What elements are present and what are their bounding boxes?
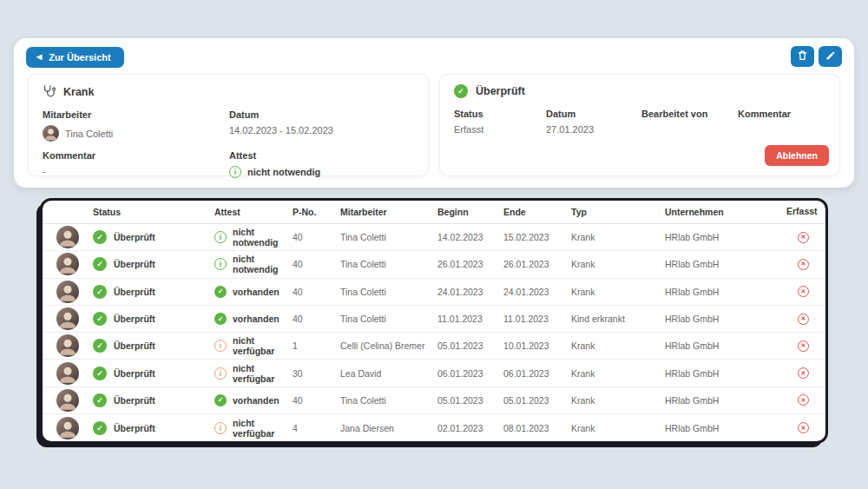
- rejected-icon[interactable]: ✕: [798, 259, 809, 270]
- pencil-icon: [825, 50, 836, 63]
- attest-icon: i: [214, 340, 227, 352]
- attest-info-icon: i: [229, 166, 241, 178]
- attest-label: nicht verfügbar: [233, 363, 283, 384]
- table-row[interactable]: ✓ Überprüft i nicht verfügbar 4 Jana Die…: [43, 414, 825, 441]
- ende-cell: 15.02.2023: [503, 232, 571, 242]
- avatar: [56, 253, 79, 275]
- pno-cell: 40: [293, 287, 340, 297]
- date-field: Datum 14.02.2023 - 15.02.2023: [229, 109, 414, 142]
- table-row[interactable]: ✓ Überprüft i nicht verfügbar 30 Lea Dav…: [43, 360, 825, 387]
- comment-label: Kommentar: [43, 150, 229, 161]
- unternehmen-cell: HRlab GmbH: [665, 423, 786, 433]
- header-typ: Typ: [571, 207, 665, 217]
- mitarbeiter-cell: Jana Diersen: [340, 423, 437, 433]
- status-label: Überprüft: [114, 395, 155, 406]
- ende-cell: 08.01.2023: [503, 423, 571, 433]
- avatar: [56, 362, 79, 385]
- typ-cell: Krank: [571, 395, 665, 406]
- rejected-icon[interactable]: ✕: [798, 367, 809, 379]
- status-label: Überprüft: [114, 259, 155, 269]
- header-attest: Attest: [214, 207, 293, 217]
- header-mitarbeiter: Mitarbeiter: [340, 207, 437, 217]
- table-row[interactable]: ✓ Überprüft i nicht notwendig 40 Tina Co…: [43, 224, 825, 251]
- table-row[interactable]: ✓ Überprüft ✓ vorhanden 40 Tina Coletti …: [43, 387, 825, 414]
- mitarbeiter-cell: Tina Coletti: [340, 395, 437, 406]
- status-check-icon: ✓: [93, 339, 107, 353]
- mitarbeiter-cell: Tina Coletti: [340, 287, 437, 297]
- employee-name: Tina Coletti: [65, 129, 113, 139]
- table-row[interactable]: ✓ Überprüft ✓ vorhanden 40 Tina Coletti …: [43, 279, 825, 306]
- beginn-cell: 02.01.2023: [437, 423, 503, 433]
- rejected-icon[interactable]: ✕: [798, 314, 809, 325]
- date-value: 14.02.2023 - 15.02.2023: [229, 125, 414, 135]
- status-check-icon: ✓: [93, 393, 107, 407]
- attest-label: nicht notwendig: [233, 254, 283, 274]
- ende-cell: 10.01.2023: [503, 340, 571, 351]
- unternehmen-cell: HRlab GmbH: [665, 368, 786, 379]
- attest-label: Attest: [229, 150, 414, 161]
- beginn-cell: 06.01.2023: [437, 368, 503, 379]
- beginn-cell: 05.01.2023: [437, 395, 503, 406]
- unternehmen-cell: HRlab GmbH: [665, 340, 786, 351]
- rejected-icon[interactable]: ✕: [798, 232, 809, 243]
- pno-cell: 40: [293, 314, 340, 324]
- page: { "colors": { "page_bg": "#dce3ea", "acc…: [0, 0, 868, 489]
- mitarbeiter-cell: Tina Coletti: [340, 259, 437, 269]
- edit-button[interactable]: [819, 46, 842, 67]
- review-card: ✓ Überprüft Status Erfasst Datum 27.01.2…: [439, 74, 840, 176]
- unternehmen-cell: HRlab GmbH: [665, 395, 786, 406]
- attest-icon: i: [214, 367, 227, 380]
- detail-panel: ◀ Zur Übersicht Krank: [14, 38, 854, 188]
- rejected-icon[interactable]: ✕: [798, 422, 809, 433]
- pno-cell: 40: [293, 259, 340, 269]
- status-label: Überprüft: [114, 368, 155, 379]
- comment-field: Kommentar -: [43, 150, 229, 178]
- status-label: Überprüft: [114, 423, 155, 433]
- review-comment-label: Kommentar: [738, 109, 825, 119]
- header-ende: Ende: [503, 207, 571, 217]
- table-body: ✓ Überprüft i nicht notwendig 40 Tina Co…: [43, 224, 825, 441]
- beginn-cell: 05.01.2023: [437, 340, 503, 351]
- rejected-icon[interactable]: ✕: [798, 394, 809, 406]
- status-check-icon: ✓: [93, 421, 107, 435]
- trash-icon: [797, 50, 808, 63]
- rejected-icon[interactable]: ✕: [798, 340, 809, 352]
- avatar: [56, 389, 79, 412]
- edited-by-field: Bearbeitet von: [641, 109, 738, 135]
- typ-cell: Kind erkrankt: [571, 314, 665, 324]
- check-circle-icon: ✓: [454, 84, 468, 98]
- edited-by-label: Bearbeitet von: [641, 109, 738, 119]
- table-row[interactable]: ✓ Überprüft i nicht verfügbar 1 Celli (C…: [43, 333, 825, 360]
- table-row[interactable]: ✓ Überprüft ✓ vorhanden 40 Tina Coletti …: [43, 306, 825, 333]
- unternehmen-cell: HRlab GmbH: [665, 287, 786, 297]
- date-label: Datum: [229, 109, 414, 120]
- ende-cell: 26.01.2023: [503, 259, 571, 269]
- ende-cell: 05.01.2023: [503, 395, 571, 406]
- ende-cell: 24.01.2023: [503, 287, 571, 297]
- header-pno: P-No.: [293, 207, 340, 217]
- review-date-value: 27.01.2023: [546, 124, 641, 135]
- typ-cell: Krank: [571, 340, 665, 351]
- avatar: [56, 307, 79, 330]
- back-to-overview-button[interactable]: ◀ Zur Übersicht: [26, 47, 124, 68]
- attest-icon: ✓: [214, 286, 227, 298]
- typ-cell: Krank: [571, 423, 665, 433]
- attest-label: vorhanden: [233, 314, 279, 324]
- reject-button[interactable]: Ablehnen: [765, 145, 829, 166]
- avatar: [56, 334, 79, 357]
- review-status-value: Erfasst: [454, 124, 546, 135]
- avatar: [56, 226, 79, 248]
- pno-cell: 30: [293, 368, 340, 379]
- pno-cell: 40: [293, 232, 340, 242]
- employee-avatar: [43, 125, 59, 142]
- rejected-icon[interactable]: ✕: [798, 286, 809, 297]
- status-label: Überprüft: [114, 232, 155, 242]
- delete-button[interactable]: [791, 46, 814, 67]
- attest-label: nicht notwendig: [233, 227, 283, 248]
- mitarbeiter-cell: Tina Coletti: [340, 232, 437, 242]
- review-date-field: Datum 27.01.2023: [546, 109, 641, 135]
- status-check-icon: ✓: [93, 285, 107, 299]
- mitarbeiter-cell: Lea David: [340, 368, 437, 379]
- table-row[interactable]: ✓ Überprüft i nicht notwendig 40 Tina Co…: [43, 251, 825, 278]
- absences-table: Status Attest P-No. Mitarbeiter Beginn E…: [40, 198, 828, 444]
